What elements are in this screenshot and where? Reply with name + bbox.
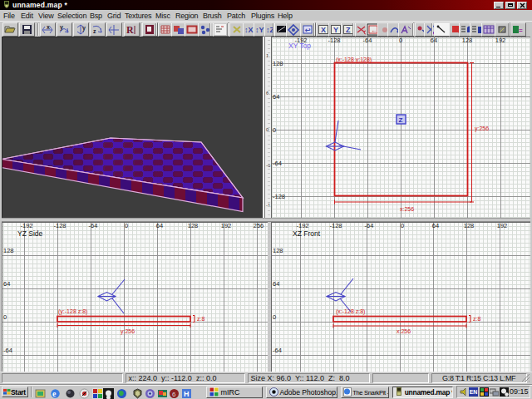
svg-text:y:256: y:256 [475, 126, 489, 132]
svg-text:0: 0 [125, 222, 128, 229]
svg-text:64: 64 [273, 93, 279, 101]
svg-text:128: 128 [273, 247, 283, 254]
svg-text:-128: -128 [329, 222, 342, 229]
svg-text:-64: -64 [89, 222, 98, 229]
svg-text:(x:-128 y:128): (x:-128 y:128) [336, 57, 372, 63]
svg-text:=: = [519, 27, 523, 34]
svg-text:-128: -128 [273, 193, 285, 200]
svg-text:Z: Z [399, 116, 403, 124]
svg-text:256: 256 [254, 222, 264, 229]
svg-text:x: x [47, 24, 50, 30]
svg-text:Y: Y [333, 26, 338, 34]
svg-text:128: 128 [3, 247, 14, 254]
svg-text:YZ Side: YZ Side [17, 229, 43, 238]
svg-text:x:256: x:256 [397, 328, 411, 334]
svg-text:128: 128 [462, 37, 473, 44]
svg-text:-64: -64 [273, 347, 282, 354]
svg-text:(y:-128 z:8): (y:-128 z:8) [58, 308, 87, 315]
svg-text:↕X: ↕X [244, 26, 254, 34]
svg-text:R: R [126, 24, 134, 36]
svg-text:z:8: z:8 [197, 316, 204, 322]
svg-text:y: y [60, 24, 63, 31]
svg-text:64: 64 [431, 37, 437, 44]
svg-text:0: 0 [399, 37, 402, 44]
svg-text:64: 64 [156, 222, 163, 229]
svg-text:0: 0 [273, 126, 276, 134]
svg-text:Z: Z [346, 26, 351, 34]
svg-text:-128: -128 [328, 37, 340, 44]
svg-text:0: 0 [273, 313, 276, 321]
svg-text:y:256: y:256 [121, 328, 135, 335]
svg-text:-192: -192 [296, 222, 308, 229]
svg-text:-64: -64 [365, 222, 374, 229]
svg-text:192: 192 [221, 222, 232, 229]
svg-text:e: e [52, 389, 57, 398]
svg-text:z:8: z:8 [473, 316, 480, 322]
svg-text:-64: -64 [3, 347, 12, 354]
svg-text:XZ Front: XZ Front [293, 229, 321, 238]
svg-text:X: X [321, 26, 326, 34]
svg-text:0: 0 [401, 222, 404, 229]
svg-text:z: z [93, 28, 96, 34]
svg-text:-64: -64 [273, 160, 282, 167]
svg-text:-192: -192 [20, 222, 32, 229]
svg-text:128: 128 [273, 60, 283, 67]
svg-text:↩: ↩ [305, 27, 311, 34]
svg-text:←: ← [371, 27, 377, 34]
svg-text:XY Top: XY Top [288, 42, 311, 50]
svg-text:0: 0 [3, 313, 7, 321]
svg-text:↕Y: ↕Y [255, 26, 264, 34]
svg-text:-64: -64 [363, 37, 372, 44]
svg-text:64: 64 [3, 280, 10, 288]
svg-text:-128: -128 [53, 222, 66, 229]
svg-text:128: 128 [188, 222, 199, 229]
svg-text:192: 192 [495, 37, 506, 44]
svg-text:128: 128 [464, 222, 475, 229]
svg-text:64: 64 [273, 280, 279, 288]
svg-text:y: y [82, 25, 86, 32]
svg-text:H: H [184, 390, 190, 398]
svg-text:192: 192 [497, 222, 508, 229]
svg-text:6: 6 [172, 391, 176, 398]
svg-text:64: 64 [432, 222, 439, 229]
svg-text:x:256: x:256 [400, 206, 414, 212]
